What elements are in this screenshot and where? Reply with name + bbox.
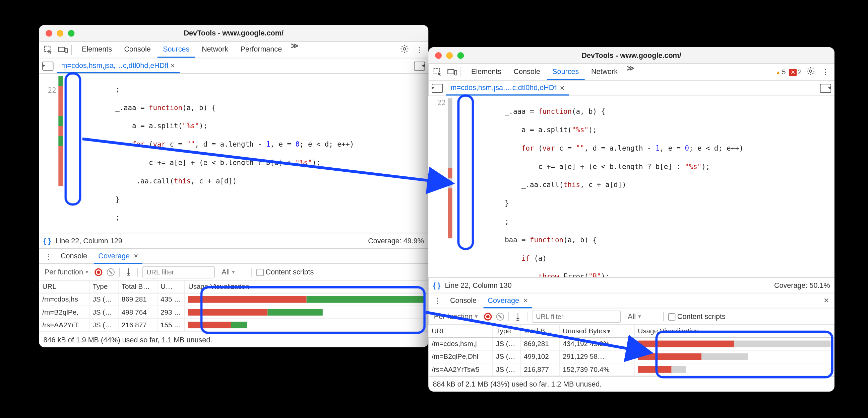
table-row[interactable]: /rs=AA2YrT:JS (…216 877155 … xyxy=(39,319,428,331)
coverage-toolbar: Per function All Content scripts xyxy=(428,308,835,325)
drawer-tabs: ⋮ Console Coverage × × xyxy=(428,293,835,308)
file-tab-label: m=cdos,hsm,jsa,…c,dtl0hd,eHDfl xyxy=(451,83,558,92)
settings-icon[interactable] xyxy=(398,44,411,55)
zoom-window-icon[interactable] xyxy=(458,52,464,59)
col-unused[interactable]: U… xyxy=(157,280,185,293)
more-tabs-icon[interactable]: ≫ xyxy=(624,64,637,80)
close-drawer-tab-icon[interactable]: × xyxy=(524,296,528,304)
toggle-debugger-icon[interactable] xyxy=(414,61,425,70)
toggle-debugger-icon[interactable] xyxy=(820,84,831,93)
code-content: ; _.aaa = function(a, b) { a = a.split("… xyxy=(63,74,429,233)
col-url[interactable]: URL xyxy=(39,280,89,293)
col-type[interactable]: Type xyxy=(89,280,118,293)
close-window-icon[interactable] xyxy=(45,30,52,36)
window-title: DevTools - www.google.com/ xyxy=(434,51,829,60)
inspect-icon[interactable] xyxy=(42,43,55,56)
close-tab-icon[interactable]: × xyxy=(560,83,565,92)
toggle-navigator-icon[interactable] xyxy=(432,84,443,93)
svg-point-15 xyxy=(809,70,812,72)
tab-performance[interactable]: Performance xyxy=(235,42,287,58)
coverage-table[interactable]: URL Type Total B… U… Usage Visualization… xyxy=(39,280,428,332)
drawer-tab-console[interactable]: Console xyxy=(56,249,92,264)
clear-icon[interactable] xyxy=(107,268,115,276)
device-icon[interactable] xyxy=(57,43,69,56)
drawer-tab-coverage[interactable]: Coverage × xyxy=(483,293,532,308)
tab-elements[interactable]: Elements xyxy=(465,64,507,80)
export-icon[interactable] xyxy=(124,267,133,277)
col-total[interactable]: Total B… xyxy=(118,280,157,293)
drawer-tab-console[interactable]: Console xyxy=(446,293,481,308)
kebab-menu-icon[interactable]: ⋮ xyxy=(413,45,425,54)
close-window-icon[interactable] xyxy=(435,52,442,59)
pretty-print-icon[interactable]: { } xyxy=(43,237,51,245)
col-total[interactable]: Total B… xyxy=(520,325,559,337)
export-icon[interactable] xyxy=(514,311,523,321)
drawer-tab-coverage[interactable]: Coverage × xyxy=(94,249,143,264)
coverage-status: Coverage: 50.1% xyxy=(774,281,830,289)
svg-line-9 xyxy=(406,51,407,51)
file-tab[interactable]: m=cdos,hsm,jsa,…c,dtl0hd,eHDfl × xyxy=(57,59,179,73)
type-filter-dropdown[interactable]: All xyxy=(625,311,659,322)
coverage-granularity-dropdown[interactable]: Per function xyxy=(42,267,90,277)
code-editor[interactable]: 22 _.aaa = function(a, b) { a = a.split(… xyxy=(428,96,835,277)
tab-elements[interactable]: Elements xyxy=(76,42,117,58)
coverage-status: Coverage: 49.9% xyxy=(368,237,424,245)
drawer-menu-icon[interactable]: ⋮ xyxy=(432,297,443,305)
file-tab-row: m=cdos,hsm,jsa,…c,dtl0hd,eHDfl × xyxy=(39,58,428,74)
record-icon[interactable] xyxy=(95,268,102,276)
code-editor[interactable]: 22 ; _.aaa = function(a, b) { a = a.spli… xyxy=(39,74,428,233)
minimize-window-icon[interactable] xyxy=(446,52,453,59)
table-row[interactable]: /rs=AA2YrTsw5JS (…216,877152,739 70.4% xyxy=(428,363,834,376)
type-filter-dropdown[interactable]: All xyxy=(219,267,247,277)
line-number: 22 xyxy=(428,98,445,107)
more-tabs-icon[interactable]: ≫ xyxy=(288,42,301,58)
tab-console[interactable]: Console xyxy=(508,64,546,80)
toggle-navigator-icon[interactable] xyxy=(42,61,53,70)
warning-badge[interactable]: 5 xyxy=(775,68,786,76)
inspect-icon[interactable] xyxy=(432,66,444,78)
clear-icon[interactable] xyxy=(496,313,504,320)
content-scripts-checkbox[interactable]: Content scripts xyxy=(257,268,314,276)
pretty-print-icon[interactable]: { } xyxy=(433,281,440,289)
col-usage[interactable]: Usage Visualization xyxy=(185,280,428,293)
error-badge[interactable]: ✕2 xyxy=(789,68,802,76)
svg-line-8 xyxy=(402,46,403,47)
tab-console[interactable]: Console xyxy=(119,42,156,58)
content-scripts-checkbox[interactable]: Content scripts xyxy=(668,312,725,321)
col-unused[interactable]: Unused Bytes xyxy=(559,325,634,337)
close-drawer-icon[interactable]: × xyxy=(822,295,831,306)
table-row[interactable]: /m=B2qlPe,DhlJS (…499,102291,129 58… xyxy=(428,350,834,363)
svg-line-22 xyxy=(808,73,808,74)
line-gutter: 22 xyxy=(39,74,58,233)
close-tab-icon[interactable]: × xyxy=(170,61,175,70)
record-icon[interactable] xyxy=(484,313,492,320)
url-filter-input[interactable] xyxy=(143,266,215,278)
tab-sources[interactable]: Sources xyxy=(547,64,585,80)
drawer-menu-icon[interactable]: ⋮ xyxy=(42,252,54,260)
url-filter-input[interactable] xyxy=(532,310,621,323)
file-tab-label: m=cdos,hsm,jsa,…c,dtl0hd,eHDfl xyxy=(61,61,168,70)
svg-line-10 xyxy=(402,51,403,51)
window-title: DevTools - www.google.com/ xyxy=(44,29,423,37)
kebab-menu-icon[interactable]: ⋮ xyxy=(819,68,831,76)
table-row[interactable]: /m=cdos,hsm,jJS (…869,281434,192 49.9% xyxy=(428,337,834,350)
minimize-window-icon[interactable] xyxy=(57,30,63,36)
col-url[interactable]: URL xyxy=(428,325,492,337)
table-header-row: URL Type Total B… Unused Bytes Usage Vis… xyxy=(428,325,834,337)
coverage-table[interactable]: URL Type Total B… Unused Bytes Usage Vis… xyxy=(428,325,835,376)
col-type[interactable]: Type xyxy=(492,325,520,337)
table-row[interactable]: /m=cdos,hsJS (…869 281435 … xyxy=(39,293,428,306)
table-row[interactable]: /m=B2qlPe,JS (…498 764293 … xyxy=(39,306,428,319)
zoom-window-icon[interactable] xyxy=(68,30,75,36)
close-drawer-tab-icon[interactable]: × xyxy=(134,251,138,260)
tab-network[interactable]: Network xyxy=(586,64,623,80)
file-tab[interactable]: m=cdos,hsm,jsa,…c,dtl0hd,eHDfl × xyxy=(446,81,569,95)
svg-point-3 xyxy=(403,47,405,50)
settings-icon[interactable] xyxy=(804,67,817,77)
devtools-window-1: DevTools - www.google.com/ Elements Cons… xyxy=(39,25,428,347)
device-icon[interactable] xyxy=(446,66,459,78)
col-usage[interactable]: Usage Visualization xyxy=(634,325,834,337)
tab-sources[interactable]: Sources xyxy=(157,42,195,58)
coverage-granularity-dropdown[interactable]: Per function xyxy=(432,311,479,322)
tab-network[interactable]: Network xyxy=(196,42,234,58)
